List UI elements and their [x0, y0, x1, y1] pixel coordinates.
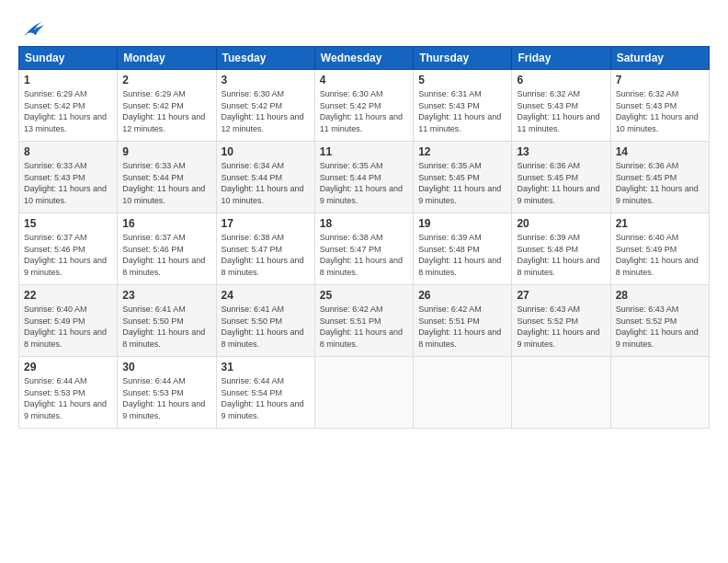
weekday-header-wednesday: Wednesday [314, 47, 413, 70]
day-info: Sunrise: 6:37 AMSunset: 5:46 PMDaylight:… [122, 232, 210, 278]
calendar-table: SundayMondayTuesdayWednesdayThursdayFrid… [18, 46, 710, 429]
day-cell-12: 12Sunrise: 6:35 AMSunset: 5:45 PMDayligh… [414, 142, 512, 213]
day-cell-26: 26Sunrise: 6:42 AMSunset: 5:51 PMDayligh… [414, 285, 512, 357]
day-info: Sunrise: 6:42 AMSunset: 5:51 PMDaylight:… [418, 304, 506, 350]
day-info: Sunrise: 6:36 AMSunset: 5:45 PMDaylight:… [517, 160, 605, 206]
day-cell-21: 21Sunrise: 6:40 AMSunset: 5:49 PMDayligh… [610, 213, 709, 285]
day-info: Sunrise: 6:33 AMSunset: 5:44 PMDaylight:… [122, 160, 210, 206]
day-info: Sunrise: 6:32 AMSunset: 5:43 PMDaylight:… [616, 88, 704, 134]
day-number: 12 [418, 145, 506, 158]
day-number: 7 [616, 74, 704, 86]
empty-cell [414, 357, 512, 429]
week-row-5: 29Sunrise: 6:44 AMSunset: 5:53 PMDayligh… [19, 357, 710, 429]
weekday-header-monday: Monday [118, 47, 216, 70]
weekday-header-friday: Friday [512, 47, 610, 70]
day-info: Sunrise: 6:41 AMSunset: 5:50 PMDaylight:… [122, 304, 210, 350]
weekday-header-thursday: Thursday [414, 47, 512, 70]
day-cell-11: 11Sunrise: 6:35 AMSunset: 5:44 PMDayligh… [314, 142, 413, 213]
day-info: Sunrise: 6:35 AMSunset: 5:44 PMDaylight:… [320, 160, 408, 206]
day-number: 30 [122, 361, 210, 373]
empty-cell [512, 357, 610, 429]
day-info: Sunrise: 6:42 AMSunset: 5:51 PMDaylight:… [320, 304, 408, 350]
day-number: 24 [222, 289, 310, 302]
day-cell-17: 17Sunrise: 6:38 AMSunset: 5:47 PMDayligh… [216, 213, 314, 285]
day-info: Sunrise: 6:40 AMSunset: 5:49 PMDaylight:… [616, 232, 704, 278]
day-info: Sunrise: 6:38 AMSunset: 5:47 PMDaylight:… [222, 232, 310, 278]
week-row-3: 15Sunrise: 6:37 AMSunset: 5:46 PMDayligh… [19, 213, 710, 285]
week-row-4: 22Sunrise: 6:40 AMSunset: 5:49 PMDayligh… [19, 285, 710, 357]
day-info: Sunrise: 6:44 AMSunset: 5:54 PMDaylight:… [222, 375, 310, 421]
day-cell-23: 23Sunrise: 6:41 AMSunset: 5:50 PMDayligh… [118, 285, 216, 357]
day-info: Sunrise: 6:39 AMSunset: 5:48 PMDaylight:… [517, 232, 605, 278]
day-number: 29 [24, 361, 112, 373]
day-cell-1: 1Sunrise: 6:29 AMSunset: 5:42 PMDaylight… [19, 70, 118, 142]
day-number: 16 [122, 217, 210, 230]
empty-cell [314, 357, 413, 429]
day-info: Sunrise: 6:32 AMSunset: 5:43 PMDaylight:… [517, 88, 605, 134]
day-info: Sunrise: 6:43 AMSunset: 5:52 PMDaylight:… [517, 304, 605, 350]
day-cell-13: 13Sunrise: 6:36 AMSunset: 5:45 PMDayligh… [512, 142, 610, 213]
day-number: 17 [222, 217, 310, 230]
weekday-header-row: SundayMondayTuesdayWednesdayThursdayFrid… [19, 47, 710, 70]
day-number: 10 [222, 145, 310, 158]
logo [18, 15, 46, 40]
weekday-header-sunday: Sunday [19, 47, 118, 70]
day-info: Sunrise: 6:44 AMSunset: 5:53 PMDaylight:… [122, 375, 210, 421]
weekday-header-saturday: Saturday [610, 47, 709, 70]
week-row-1: 1Sunrise: 6:29 AMSunset: 5:42 PMDaylight… [19, 70, 710, 142]
day-number: 4 [320, 74, 408, 86]
day-number: 26 [418, 289, 506, 302]
day-cell-19: 19Sunrise: 6:39 AMSunset: 5:48 PMDayligh… [414, 213, 512, 285]
day-cell-9: 9Sunrise: 6:33 AMSunset: 5:44 PMDaylight… [118, 142, 216, 213]
header [18, 15, 710, 40]
day-number: 11 [320, 145, 408, 158]
day-cell-30: 30Sunrise: 6:44 AMSunset: 5:53 PMDayligh… [118, 357, 216, 429]
day-cell-15: 15Sunrise: 6:37 AMSunset: 5:46 PMDayligh… [19, 213, 118, 285]
day-number: 5 [418, 74, 506, 86]
day-number: 18 [320, 217, 408, 230]
logo-bird-icon [20, 15, 46, 40]
day-number: 8 [24, 145, 112, 158]
day-number: 14 [616, 145, 704, 158]
day-info: Sunrise: 6:39 AMSunset: 5:48 PMDaylight:… [418, 232, 506, 278]
weekday-header-tuesday: Tuesday [216, 47, 314, 70]
day-info: Sunrise: 6:38 AMSunset: 5:47 PMDaylight:… [320, 232, 408, 278]
day-number: 19 [418, 217, 506, 230]
day-cell-4: 4Sunrise: 6:30 AMSunset: 5:42 PMDaylight… [314, 70, 413, 142]
day-cell-27: 27Sunrise: 6:43 AMSunset: 5:52 PMDayligh… [512, 285, 610, 357]
day-info: Sunrise: 6:29 AMSunset: 5:42 PMDaylight:… [24, 88, 112, 134]
day-cell-18: 18Sunrise: 6:38 AMSunset: 5:47 PMDayligh… [314, 213, 413, 285]
day-number: 6 [517, 74, 605, 86]
day-number: 3 [222, 74, 310, 86]
page: SundayMondayTuesdayWednesdayThursdayFrid… [0, 0, 728, 563]
day-cell-6: 6Sunrise: 6:32 AMSunset: 5:43 PMDaylight… [512, 70, 610, 142]
day-number: 21 [616, 217, 704, 230]
day-cell-22: 22Sunrise: 6:40 AMSunset: 5:49 PMDayligh… [19, 285, 118, 357]
day-cell-28: 28Sunrise: 6:43 AMSunset: 5:52 PMDayligh… [610, 285, 709, 357]
day-number: 28 [616, 289, 704, 302]
day-cell-31: 31Sunrise: 6:44 AMSunset: 5:54 PMDayligh… [216, 357, 314, 429]
day-number: 20 [517, 217, 605, 230]
day-number: 9 [122, 145, 210, 158]
day-info: Sunrise: 6:30 AMSunset: 5:42 PMDaylight:… [320, 88, 408, 134]
day-number: 22 [24, 289, 112, 302]
day-cell-14: 14Sunrise: 6:36 AMSunset: 5:45 PMDayligh… [610, 142, 709, 213]
day-info: Sunrise: 6:31 AMSunset: 5:43 PMDaylight:… [418, 88, 506, 134]
day-cell-10: 10Sunrise: 6:34 AMSunset: 5:44 PMDayligh… [216, 142, 314, 213]
day-info: Sunrise: 6:40 AMSunset: 5:49 PMDaylight:… [24, 304, 112, 350]
day-cell-16: 16Sunrise: 6:37 AMSunset: 5:46 PMDayligh… [118, 213, 216, 285]
day-number: 31 [222, 361, 310, 373]
day-number: 15 [24, 217, 112, 230]
day-cell-25: 25Sunrise: 6:42 AMSunset: 5:51 PMDayligh… [314, 285, 413, 357]
day-info: Sunrise: 6:33 AMSunset: 5:43 PMDaylight:… [24, 160, 112, 206]
day-info: Sunrise: 6:43 AMSunset: 5:52 PMDaylight:… [616, 304, 704, 350]
day-info: Sunrise: 6:29 AMSunset: 5:42 PMDaylight:… [122, 88, 210, 134]
day-info: Sunrise: 6:30 AMSunset: 5:42 PMDaylight:… [222, 88, 310, 134]
day-cell-3: 3Sunrise: 6:30 AMSunset: 5:42 PMDaylight… [216, 70, 314, 142]
day-cell-20: 20Sunrise: 6:39 AMSunset: 5:48 PMDayligh… [512, 213, 610, 285]
day-cell-2: 2Sunrise: 6:29 AMSunset: 5:42 PMDaylight… [118, 70, 216, 142]
day-cell-5: 5Sunrise: 6:31 AMSunset: 5:43 PMDaylight… [414, 70, 512, 142]
day-number: 27 [517, 289, 605, 302]
day-info: Sunrise: 6:34 AMSunset: 5:44 PMDaylight:… [222, 160, 310, 206]
day-cell-8: 8Sunrise: 6:33 AMSunset: 5:43 PMDaylight… [19, 142, 118, 213]
